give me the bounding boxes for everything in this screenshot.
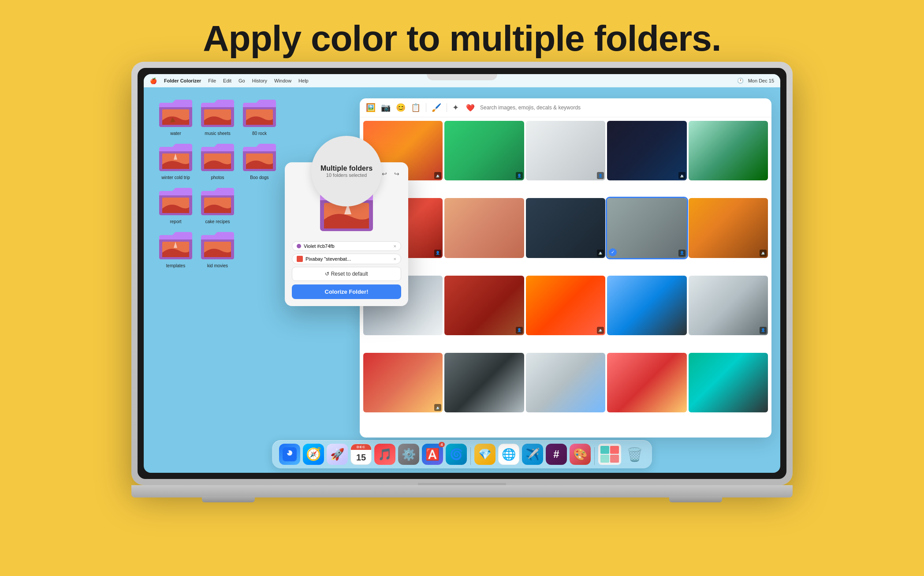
- folder-80rock[interactable]: 80 rock: [241, 96, 278, 136]
- img-badge-3: 👤: [597, 172, 604, 179]
- menu-edit[interactable]: Edit: [223, 78, 231, 83]
- folder-boo-dogs[interactable]: Boo dogs: [241, 140, 278, 180]
- image-cell-2[interactable]: 👤: [444, 121, 524, 180]
- dock-sketch[interactable]: 💎: [474, 444, 496, 465]
- colorize-button[interactable]: Colorize Folder!: [292, 284, 401, 299]
- dock-finder[interactable]: [279, 444, 300, 465]
- folder-label: Boo dogs: [250, 175, 268, 180]
- image-cell-18[interactable]: [526, 353, 605, 412]
- dock-app-thumbnails[interactable]: [598, 444, 621, 465]
- folder-report[interactable]: report: [157, 184, 194, 224]
- folder-label: report: [170, 219, 181, 224]
- folder-cake-recipes[interactable]: cake recipes: [199, 184, 236, 224]
- folder-label: templates: [166, 263, 185, 268]
- image-cell-13[interactable]: 🏔️: [526, 276, 605, 335]
- image-panel: 🖼️ 📷 😊 📋 🖌️ ✦ ❤️ 🏔️ 👤: [360, 98, 771, 438]
- folder-label: photos: [211, 175, 224, 180]
- image-cell-17[interactable]: [444, 353, 524, 412]
- menu-help[interactable]: Help: [298, 78, 309, 83]
- laptop-wrapper: 🍎 Folder Colorizer File Edit Go History …: [131, 62, 793, 525]
- emoji-tab-icon[interactable]: 😊: [396, 103, 406, 112]
- folder-photos[interactable]: photos: [199, 140, 236, 180]
- clipboard-tab-icon[interactable]: 📋: [411, 103, 421, 112]
- multiple-folders-badge: Multiple folders 10 folders selected: [311, 136, 382, 206]
- images-tab-icon[interactable]: 🖼️: [366, 103, 376, 112]
- circle-badge-sub: 10 folders selected: [326, 172, 367, 178]
- image-panel-toolbar: 🖼️ 📷 😊 📋 🖌️ ✦ ❤️: [360, 98, 771, 117]
- image-cell-15[interactable]: 👤: [689, 276, 768, 335]
- dock-chrome[interactable]: 🌐: [498, 444, 519, 465]
- dock-telegram[interactable]: ✈️: [522, 444, 543, 465]
- image-cell-10[interactable]: 🏔️: [689, 198, 768, 258]
- color-tag-close[interactable]: ×: [394, 243, 396, 249]
- dock-safari[interactable]: 🧭: [303, 444, 324, 465]
- folder-label: 80 rock: [252, 131, 267, 136]
- menubar: 🍎 Folder Colorizer File Edit Go History …: [144, 74, 780, 87]
- image-cell-14[interactable]: [607, 276, 686, 335]
- folder-music-sheets[interactable]: music sheets: [199, 96, 236, 136]
- dock-separator-2: [594, 447, 595, 465]
- svg-point-18: [290, 451, 292, 453]
- reset-button[interactable]: ↺ Reset to default: [292, 267, 401, 281]
- folder-row-4: templates kid movies: [157, 228, 298, 268]
- laptop-foot-left: [202, 496, 255, 502]
- dock-slack[interactable]: #: [546, 444, 567, 465]
- folder-area: water music sheets: [153, 87, 302, 438]
- dock-separator-1: [470, 447, 471, 465]
- image-cell-7[interactable]: [444, 198, 524, 258]
- img-badge-4: 🏔️: [678, 172, 686, 179]
- image-cell-8[interactable]: 🏔️: [526, 198, 605, 258]
- camera-tab-icon[interactable]: 📷: [381, 103, 391, 112]
- image-cell-4[interactable]: 🏔️: [607, 121, 686, 180]
- circle-badge-title: Multiple folders: [320, 165, 373, 172]
- hero-title: Apply color to multiple folders.: [0, 18, 924, 59]
- image-cell-3[interactable]: 👤: [526, 121, 605, 180]
- image-cell-5[interactable]: [689, 121, 768, 180]
- screen-content: 🍎 Folder Colorizer File Edit Go History …: [144, 74, 780, 473]
- selected-check: ✓: [609, 248, 617, 256]
- image-tag: Pixabay "stevenbat... ×: [292, 254, 401, 264]
- paint-icon[interactable]: 🖌️: [432, 103, 441, 112]
- folder-label: cake recipes: [205, 219, 230, 224]
- image-cell-20[interactable]: [689, 353, 768, 412]
- img-badge-2: 👤: [516, 172, 523, 179]
- folder-templates[interactable]: templates: [157, 228, 194, 268]
- dock-launchpad[interactable]: 🚀: [327, 444, 348, 465]
- dock-velocidrone[interactable]: 🌀: [446, 444, 467, 465]
- folder-water[interactable]: water: [157, 96, 194, 136]
- menu-window[interactable]: Window: [274, 78, 291, 83]
- color-tag-label: Violet #cb74fb: [304, 243, 335, 249]
- menu-go[interactable]: Go: [238, 78, 245, 83]
- image-tag-label: Pixabay "stevenbat...: [306, 256, 351, 262]
- folder-winter-cold-trip[interactable]: winter cold trip: [157, 140, 194, 180]
- image-cell-9[interactable]: ✓ 👤: [607, 198, 686, 258]
- dock-settings[interactable]: ⚙️: [398, 444, 419, 465]
- image-tag-thumb: [297, 256, 303, 262]
- menu-history[interactable]: History: [252, 78, 267, 83]
- search-input[interactable]: [480, 105, 765, 111]
- folder-row-3: report cake recipes: [157, 184, 298, 224]
- menu-file[interactable]: File: [208, 78, 216, 83]
- colorizer-panel: Multiple folders 10 folders selected ↩ ↪: [285, 162, 408, 306]
- image-cell-19[interactable]: [607, 353, 686, 412]
- image-cell-16[interactable]: 🏔️: [363, 353, 443, 412]
- dock-trash[interactable]: 🗑️: [624, 444, 645, 465]
- img-badge-10: 🏔️: [760, 250, 767, 257]
- img-badge-13: 🏔️: [597, 327, 604, 334]
- cursor-icon[interactable]: ✦: [452, 103, 459, 112]
- laptop-shell: 🍎 Folder Colorizer File Edit Go History …: [131, 62, 793, 485]
- img-badge-1: 🏔️: [434, 172, 441, 179]
- heart-icon: ❤️: [466, 104, 475, 112]
- folder-kid-movies[interactable]: kid movies: [199, 228, 236, 268]
- image-cell-12[interactable]: 👤: [444, 276, 524, 335]
- laptop-foot-right: [669, 496, 722, 502]
- dock-calendar[interactable]: DEC 15: [350, 444, 372, 465]
- redo-button[interactable]: ↪: [392, 169, 401, 178]
- img-badge-12: 👤: [516, 327, 523, 334]
- appstore-badge: 4: [439, 442, 445, 447]
- dock-appstore[interactable]: 🅰️ 4: [422, 444, 443, 465]
- dock-colorizer[interactable]: 🎨: [570, 444, 591, 465]
- img-badge-16: 🏔️: [434, 404, 441, 411]
- image-tag-close[interactable]: ×: [394, 256, 396, 262]
- dock-music[interactable]: 🎵: [374, 444, 395, 465]
